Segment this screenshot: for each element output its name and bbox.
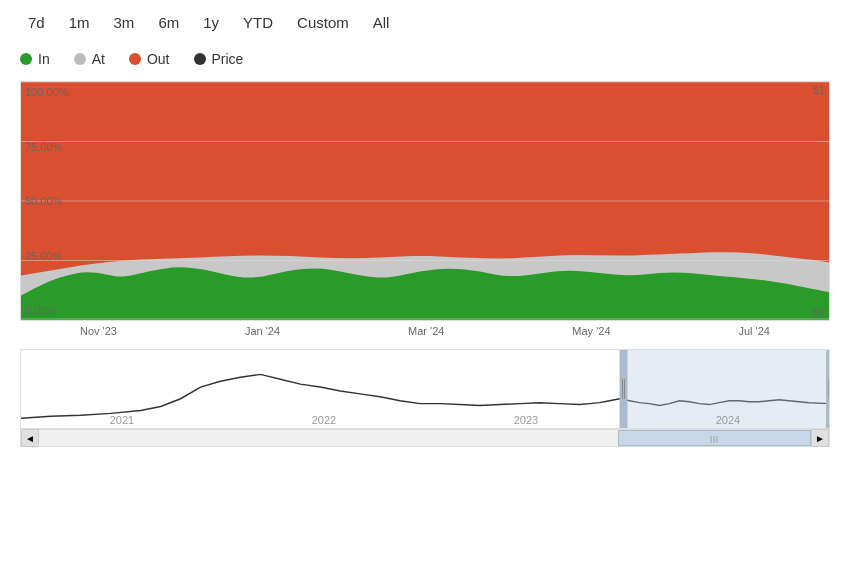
scroll-track[interactable]: ||| xyxy=(39,430,811,446)
time-btn-1y[interactable]: 1y xyxy=(195,10,227,35)
main-chart-svg xyxy=(21,82,829,320)
x-axis-labels: Nov '23 Jan '24 Mar '24 May '24 Jul '24 xyxy=(0,321,850,341)
scroll-right-button[interactable]: ► xyxy=(811,429,829,447)
x-label-jul24: Jul '24 xyxy=(739,325,770,337)
legend-label-in: In xyxy=(38,51,50,67)
dollar-bottom-label: $0 xyxy=(813,306,825,318)
time-btn-1m[interactable]: 1m xyxy=(61,10,98,35)
time-btn-7d[interactable]: 7d xyxy=(20,10,53,35)
scrollbar[interactable]: ◄ ||| ► xyxy=(20,429,830,447)
main-chart: 100.00% 75.00% 50.00% 25.00% 0.00% $1 $0 xyxy=(20,81,830,321)
legend-item-out: Out xyxy=(129,51,170,67)
time-btn-all[interactable]: All xyxy=(365,10,398,35)
svg-rect-6 xyxy=(625,350,829,428)
scroll-handle[interactable]: ||| xyxy=(618,430,811,446)
time-btn-ytd[interactable]: YTD xyxy=(235,10,281,35)
legend-bar: InAtOutPrice xyxy=(0,45,850,81)
legend-dot-price xyxy=(194,53,206,65)
time-btn-custom[interactable]: Custom xyxy=(289,10,357,35)
legend-dot-out xyxy=(129,53,141,65)
legend-label-at: At xyxy=(92,51,105,67)
x-label-mar24: Mar '24 xyxy=(408,325,444,337)
legend-item-price: Price xyxy=(194,51,244,67)
svg-rect-7 xyxy=(620,350,628,428)
legend-dot-at xyxy=(74,53,86,65)
x-label-jan24: Jan '24 xyxy=(245,325,280,337)
legend-item-at: At xyxy=(74,51,105,67)
x-label-nov23: Nov '23 xyxy=(80,325,117,337)
legend-label-price: Price xyxy=(212,51,244,67)
x-label-may24: May '24 xyxy=(572,325,610,337)
legend-item-in: In xyxy=(20,51,50,67)
scroll-left-button[interactable]: ◄ xyxy=(21,429,39,447)
scroll-grip: ||| xyxy=(710,434,719,443)
dollar-top-label: $1 xyxy=(813,84,825,96)
mini-chart-svg xyxy=(21,350,829,428)
mini-chart: 2021 2022 2023 2024 xyxy=(20,349,830,429)
legend-label-out: Out xyxy=(147,51,170,67)
time-btn-6m[interactable]: 6m xyxy=(150,10,187,35)
legend-dot-in xyxy=(20,53,32,65)
time-btn-3m[interactable]: 3m xyxy=(106,10,143,35)
time-range-bar: 7d1m3m6m1yYTDCustomAll xyxy=(0,0,850,45)
